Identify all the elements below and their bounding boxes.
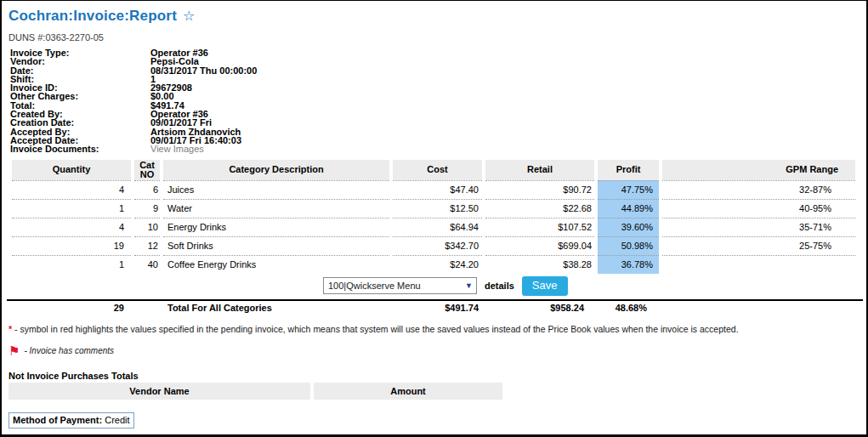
header-quantity: Quantity (12, 160, 131, 180)
cell-description: Water (163, 199, 389, 218)
category-row: 140Coffee Energy Drinks$24.20$38.2836.78… (12, 255, 855, 274)
cell-gpm-range (662, 255, 855, 274)
header-vendor-name: Vendor Name (9, 383, 310, 400)
method-of-payment-label: Method of Payment: (13, 415, 102, 425)
comments-footnote-text: - Invoice has comments (24, 346, 114, 355)
method-of-payment-value: Credit (105, 415, 129, 425)
category-row: 410Energy Drinks$64.94$107.5239.60%35-71… (12, 218, 855, 236)
header-profit: Profit (598, 160, 659, 180)
not-invoice-purchases-header-row: Vendor Name Amount (9, 383, 502, 400)
cell-gpm-range: 25-75% (662, 236, 855, 255)
cell-cost: $12.50 (393, 199, 482, 218)
cell-profit: 39.60% (598, 218, 659, 236)
cell-gpm-range: 35-71% (662, 218, 855, 236)
price-book-footnote: * - symbol in red highlights the values … (9, 324, 861, 334)
save-button[interactable]: Save (522, 276, 568, 296)
cell-description: Energy Drinks (163, 218, 389, 236)
category-table-header-row: Quantity Cat NO Category Description Cos… (12, 160, 855, 180)
cell-cost: $64.94 (393, 218, 482, 236)
menu-select-value: 100|Qwickserve Menu (328, 281, 421, 291)
menu-select[interactable]: 100|Qwickserve Menu ▼ (323, 277, 477, 294)
cell-cat-no: 10 (134, 218, 160, 236)
cell-quantity: 4 (12, 180, 131, 199)
cell-description: Juices (163, 180, 389, 199)
total-gpm-spacer (662, 301, 855, 315)
detail-row: Created By:Operator #36 (9, 110, 861, 118)
cell-cat-no: 9 (134, 199, 160, 218)
cell-profit: 36.78% (598, 255, 659, 274)
cell-profit: 44.89% (598, 199, 659, 218)
header-cat-no: Cat NO (134, 160, 160, 180)
detail-row: Invoice Type:Operator #36 (9, 48, 861, 57)
cell-cat-no: 6 (134, 180, 160, 199)
detail-row: Invoice ID:29672908 (9, 83, 861, 92)
header-category-description: Category Description (163, 160, 389, 180)
price-book-footnote-text: - symbol in red highlights the values sp… (12, 324, 738, 334)
cell-cost: $47.40 (393, 180, 482, 199)
cell-cat-no: 12 (134, 236, 160, 255)
detail-row: Total:$491.74 (9, 101, 861, 110)
cell-cost: $24.20 (393, 255, 482, 274)
not-invoice-purchases-title: Not Invoice Purchases Totals (9, 371, 861, 381)
flag-icon: ⚑ (9, 345, 20, 356)
cell-retail: $38.28 (485, 255, 594, 274)
details-label: details (485, 281, 514, 291)
category-table-body: 46Juices$47.40$90.7247.75%32-87%19Water$… (12, 180, 855, 274)
cell-cat-no: 40 (134, 255, 160, 274)
chevron-down-icon: ▼ (465, 281, 473, 290)
cell-quantity: 1 (12, 199, 131, 218)
page-header: Cochran:Invoice:Report ☆ (9, 8, 861, 25)
page-title: Cochran:Invoice:Report (9, 8, 177, 25)
cell-profit: 47.75% (598, 180, 659, 199)
header-gpm-range: GPM Range (662, 160, 855, 180)
cell-retail: $90.72 (485, 180, 594, 199)
total-profit: 48.68% (598, 301, 659, 315)
detail-row: Accepted By:Artsiom Zhdanovich (9, 128, 861, 136)
menu-controls: 100|Qwickserve Menu ▼ details Save (323, 276, 861, 296)
totals-row: 29 Total For All Categories $491.74 $958… (12, 301, 855, 315)
category-row: 46Juices$47.40$90.7247.75%32-87% (12, 180, 855, 199)
total-catno-spacer (134, 301, 160, 315)
header-retail: Retail (485, 160, 594, 180)
invoice-details: Invoice Type:Operator #36Vendor:Pepsi-Co… (9, 48, 861, 154)
detail-row: Invoice Documents:View Images (9, 145, 861, 153)
cell-gpm-range: 32-87% (662, 180, 855, 199)
favorite-star-icon[interactable]: ☆ (183, 9, 195, 23)
detail-row: Accepted Date:09/01/17 Fri 16:40:03 (9, 136, 861, 145)
totals-table: 29 Total For All Categories $491.74 $958… (9, 301, 859, 315)
cell-description: Coffee Energy Drinks (163, 255, 389, 274)
detail-value: 08/31/2017 Thu 00:00:00 (150, 66, 257, 75)
view-images-link[interactable]: View Images (150, 145, 204, 153)
cell-description: Soft Drinks (163, 236, 389, 255)
category-row: 1912Soft Drinks$342.70$699.0450.98%25-75… (12, 236, 855, 255)
cell-retail: $699.04 (485, 236, 594, 255)
not-invoice-purchases-table: Vendor Name Amount (5, 383, 506, 400)
total-label: Total For All Categories (163, 301, 389, 315)
detail-row: Vendor:Pepsi-Cola (9, 57, 861, 65)
cell-quantity: 19 (12, 236, 131, 255)
detail-row: Shift:1 (9, 75, 861, 83)
cell-quantity: 4 (12, 218, 131, 236)
detail-row: Other Charges:$0.00 (9, 92, 861, 100)
detail-row: Date:08/31/2017 Thu 00:00:00 (9, 66, 861, 75)
category-row: 19Water$12.50$22.6844.89%40-95% (12, 199, 855, 218)
invoice-report-page: Cochran:Invoice:Report ☆ DUNS #:0363-227… (0, 0, 868, 437)
detail-label: Invoice Documents: (9, 145, 150, 153)
totals-section: 29 Total For All Categories $491.74 $958… (7, 299, 863, 315)
duns-number: DUNS #:0363-2270-05 (9, 32, 861, 43)
cell-cost: $342.70 (393, 236, 482, 255)
comments-footnote: ⚑ - Invoice has comments (9, 345, 861, 356)
cell-retail: $22.68 (485, 199, 594, 218)
cell-quantity: 1 (12, 255, 131, 274)
total-cost: $491.74 (393, 301, 482, 315)
method-of-payment: Method of Payment: Credit (9, 412, 134, 428)
category-table: Quantity Cat NO Category Description Cos… (9, 160, 859, 274)
cell-retail: $107.52 (485, 218, 594, 236)
total-quantity: 29 (12, 301, 131, 315)
cell-gpm-range: 40-95% (662, 199, 855, 218)
header-amount: Amount (314, 383, 502, 400)
total-retail: $958.24 (485, 301, 594, 315)
detail-row: Creation Date:09/01/2017 Fri (9, 118, 861, 127)
header-cost: Cost (393, 160, 482, 180)
cell-profit: 50.98% (598, 236, 659, 255)
